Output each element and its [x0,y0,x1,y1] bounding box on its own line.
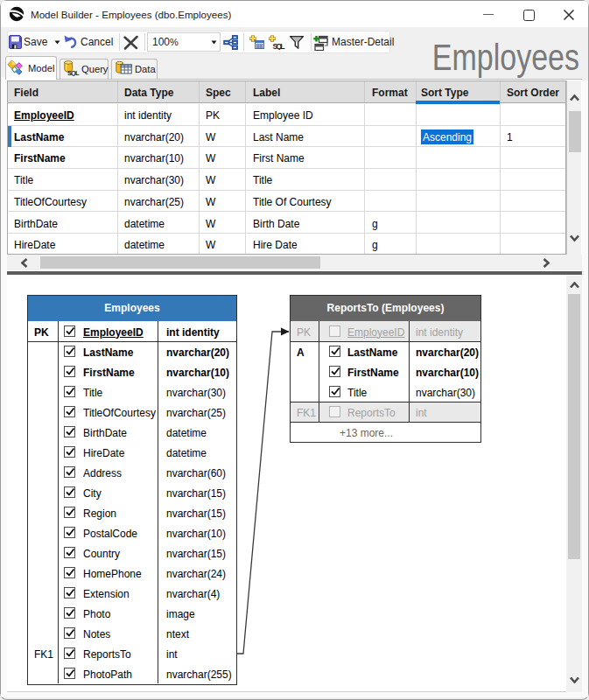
svg-text:SQL: SQL [67,69,80,76]
svg-text:SQL: SQL [273,42,285,50]
